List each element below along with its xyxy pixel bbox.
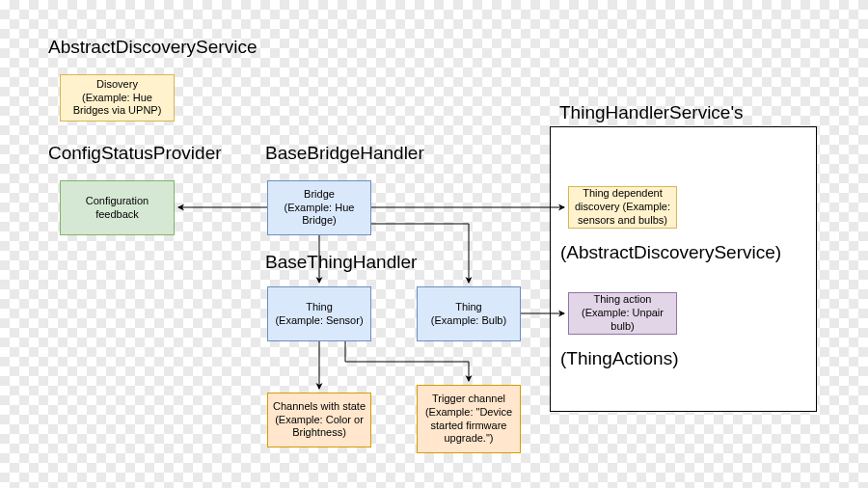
heading-config-status-provider: ConfigStatusProvider [48, 143, 222, 164]
heading-thing-handler-services: ThingHandlerService's [559, 102, 744, 123]
box-thing-dep-discovery: Thing dependent discovery (Example: sens… [568, 186, 677, 229]
box-discovery-label: Disovery(Example: Hue Bridges via UPNP) [65, 78, 170, 118]
box-discovery: Disovery(Example: Hue Bridges via UPNP) [60, 74, 175, 122]
box-channels-state: Channels with state (Example: Color or B… [267, 393, 371, 447]
label-thing-actions-paren: (ThingActions) [560, 348, 679, 369]
box-config-feedback-label: Configuration feedback [65, 195, 170, 222]
box-bridge: Bridge(Example: Hue Bridge) [267, 180, 371, 235]
box-thing-bulb-label: Thing(Example: Bulb) [431, 301, 506, 328]
box-bridge-label: Bridge(Example: Hue Bridge) [272, 188, 366, 228]
box-config-feedback: Configuration feedback [60, 180, 175, 235]
box-thing-dep-discovery-label: Thing dependent discovery (Example: sens… [573, 187, 672, 227]
heading-base-thing-handler: BaseThingHandler [265, 252, 417, 273]
heading-abstract-discovery-service: AbstractDiscoveryService [48, 37, 257, 58]
box-thing-sensor-label: Thing(Example: Sensor) [275, 301, 363, 328]
box-channels-state-label: Channels with state (Example: Color or B… [272, 400, 366, 440]
box-thing-action: Thing action (Example: Unpair bulb) [568, 292, 677, 335]
box-thing-sensor: Thing(Example: Sensor) [267, 286, 371, 341]
box-trigger-channel: Trigger channel (Example: "Device starte… [417, 385, 521, 453]
diagram-layer: AbstractDiscoveryService ConfigStatusPro… [0, 0, 868, 488]
box-trigger-channel-label: Trigger channel (Example: "Device starte… [421, 393, 516, 446]
heading-base-bridge-handler: BaseBridgeHandler [265, 143, 424, 164]
box-thing-bulb: Thing(Example: Bulb) [417, 286, 521, 341]
label-abstract-discovery-service-paren: (AbstractDiscoveryService) [560, 242, 781, 263]
box-thing-action-label: Thing action (Example: Unpair bulb) [573, 293, 672, 333]
